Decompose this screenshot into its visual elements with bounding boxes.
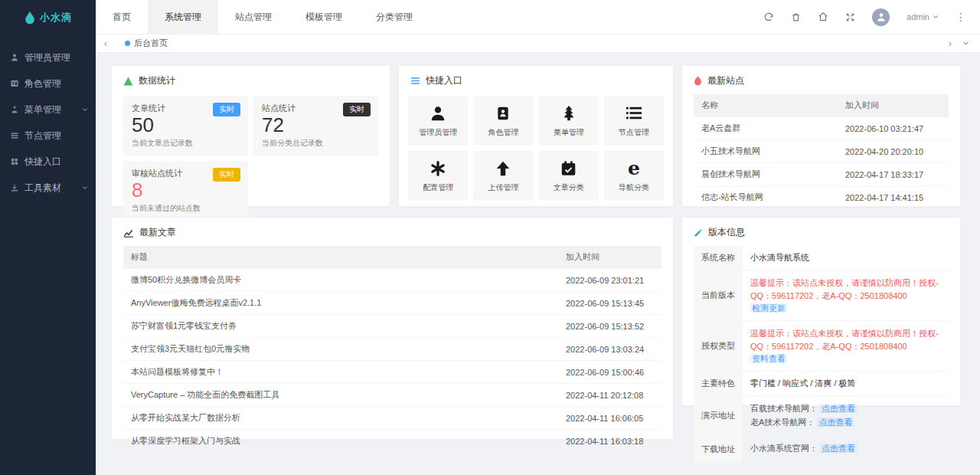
latest-articles-card: 最新文章 标题 加入时间 微博50积分兑换微博会员周卡 2022-06-09 2… xyxy=(111,217,674,440)
table-row[interactable]: 老A云盘群 2022-06-10 03:21:47 xyxy=(694,117,949,140)
sidebar-item-role[interactable]: 角色管理 xyxy=(0,70,96,97)
column-title: 标题 xyxy=(123,246,558,269)
demo-site-1-link[interactable]: 点击查看 xyxy=(820,404,857,413)
table-row[interactable]: VeryCapture – 功能全面的免费截图工具 2022-04-11 20:… xyxy=(123,384,662,407)
sidebar-item-label: 工具素材 xyxy=(24,182,77,195)
brand-name: 小水滴 xyxy=(40,11,72,25)
sidebar-item-material[interactable]: 工具素材 xyxy=(0,175,96,201)
quick-article-category[interactable]: 文章分类 xyxy=(539,151,599,201)
sidebar-item-label: 节点管理 xyxy=(24,129,88,142)
row-label: 主要特色 xyxy=(694,372,743,396)
table-row[interactable]: 从零深度学习框架入门与实战 2022-04-11 16:03:18 xyxy=(123,430,662,453)
tab-templates[interactable]: 模板管理 xyxy=(289,0,359,34)
tab-sites[interactable]: 站点管理 xyxy=(218,0,289,34)
topbar-actions: admin ⋮ xyxy=(763,0,980,34)
stat-desc: 当前文章总记录数 xyxy=(132,138,240,149)
tab-categories[interactable]: 分类管理 xyxy=(359,0,430,34)
quick-label: 管理员管理 xyxy=(419,127,457,138)
sites-table-wrap: 名称 加入时间 老A云盘群 2022-06-10 03:21:47 小五技术导航… xyxy=(682,94,960,217)
card-header: 版本信息 xyxy=(682,218,960,246)
status-badge: 实时 xyxy=(213,103,240,116)
articles-table-wrap: 标题 加入时间 微博50积分兑换微博会员周卡 2022-06-09 23:01:… xyxy=(112,246,673,460)
quick-admin-management[interactable]: 管理员管理 xyxy=(408,96,468,146)
site-name: 晨创技术导航网 xyxy=(694,163,838,186)
config-icon xyxy=(430,159,446,178)
line-chart-icon xyxy=(123,228,134,238)
version-row-demo: 演示地址 百载技术导航网： 点击查看 老A技术导航网： 点击查看 xyxy=(694,396,949,436)
table-row[interactable]: 支付宝领3元天猫红包0元撸实物 2022-06-09 13:03:24 xyxy=(123,338,662,361)
card-header: 最新站点 xyxy=(682,66,960,94)
article-title: VeryCapture – 功能全面的免费截图工具 xyxy=(123,384,558,407)
sidebar-item-entry[interactable]: 快捷入口 xyxy=(0,149,96,175)
article-time: 2022-04-11 16:06:05 xyxy=(558,407,662,430)
stat-empty-slot xyxy=(253,161,378,221)
stat-value: 8 xyxy=(132,179,240,202)
table-row[interactable]: 本站问题模板将修复中！ 2022-06-09 15:00:46 xyxy=(123,361,662,384)
site-time: 2022-04-17 18:33:17 xyxy=(838,163,949,186)
license-info-link[interactable]: 资料查看 xyxy=(750,354,787,363)
quick-nav-category[interactable]: e 导航分类 xyxy=(604,151,664,201)
quick-menu-management[interactable]: 菜单管理 xyxy=(539,96,599,146)
table-row[interactable]: 小五技术导航网 2022-04-20 20:20:10 xyxy=(694,140,949,163)
sidebar-menu: 管理员管理 角色管理 菜单管理 节点管理 快捷入口 工具素材 xyxy=(0,35,96,201)
scroll-left-icon[interactable]: ‹ xyxy=(96,38,116,49)
user-dropdown[interactable]: admin xyxy=(906,12,939,21)
table-row[interactable]: AnyViewer傲梅免费远程桌面v2.1.1 2022-06-09 15:13… xyxy=(123,292,662,315)
table-row[interactable]: 晨创技术导航网 2022-04-17 18:33:17 xyxy=(694,163,949,186)
table-row[interactable]: 苏宁财富领1元零钱宝支付券 2022-06-09 15:13:52 xyxy=(123,315,662,338)
row-label: 下载地址 xyxy=(694,436,743,463)
column-time: 加入时间 xyxy=(558,246,662,269)
avatar[interactable] xyxy=(872,8,890,26)
flame-icon xyxy=(694,76,702,86)
sidebar-item-menu[interactable]: 菜单管理 xyxy=(0,97,96,123)
table-row[interactable]: 从零开始实战某大厂数据分析 2022-04-11 16:06:05 xyxy=(123,407,662,430)
card-title: 最新站点 xyxy=(707,74,744,87)
stat-value: 50 xyxy=(132,114,240,137)
quick-config-management[interactable]: 配置管理 xyxy=(408,151,468,201)
article-title: 微博50积分兑换微博会员周卡 xyxy=(123,269,558,292)
row-label: 演示地址 xyxy=(694,396,743,436)
pencil-icon xyxy=(694,228,703,238)
article-time: 2022-06-09 15:13:52 xyxy=(558,315,662,338)
refresh-icon[interactable] xyxy=(763,11,774,22)
check-update-link[interactable]: 检测更新 xyxy=(750,303,787,313)
row-label: 授权类型 xyxy=(694,321,743,372)
chevron-down-icon xyxy=(82,185,88,191)
site-name: 信志-站长导航网 xyxy=(694,186,838,209)
quick-upload-management[interactable]: 上传管理 xyxy=(473,151,533,201)
scroll-right-icon[interactable]: › xyxy=(949,38,952,49)
article-time: 2022-06-09 15:00:46 xyxy=(558,361,662,384)
stat-articles: 文章统计 50 当前文章总记录数 实时 xyxy=(123,96,248,156)
more-options-icon[interactable]: ⋮ xyxy=(956,11,966,23)
clear-icon[interactable] xyxy=(791,12,801,22)
download-site-link[interactable]: 点击查看 xyxy=(820,444,857,453)
breadcrumb-tab-home[interactable]: 后台首页 xyxy=(116,34,177,52)
role-icon xyxy=(10,79,19,88)
tree-icon xyxy=(560,104,577,123)
site-time: 2022-04-20 20:20:10 xyxy=(838,140,949,163)
brand-logo[interactable]: 小水滴 xyxy=(0,0,96,35)
fullscreen-icon[interactable] xyxy=(845,12,855,22)
menu-icon xyxy=(10,105,19,114)
features-value: 零门槛 / 响应式 / 清爽 / 极简 xyxy=(743,372,949,396)
tab-system[interactable]: 系统管理 xyxy=(148,0,218,34)
quick-role-management[interactable]: 角色管理 xyxy=(473,96,533,146)
quick-node-management[interactable]: 节点管理 xyxy=(604,96,664,146)
sidebar-item-node[interactable]: 节点管理 xyxy=(0,123,96,149)
material-icon xyxy=(10,183,19,192)
sidebar-item-admin[interactable]: 管理员管理 xyxy=(0,44,96,70)
table-row[interactable]: 微博50积分兑换微博会员周卡 2022-06-09 23:01:21 xyxy=(123,269,662,292)
card-header: 数据统计 xyxy=(112,66,390,94)
tab-menu-chevron-icon[interactable] xyxy=(962,40,969,47)
tab-home[interactable]: 首页 xyxy=(96,0,148,34)
table-row[interactable]: 信志-站长导航网 2022-04-17 14:41:15 xyxy=(694,186,949,209)
demo-site-1-text: 百载技术导航网： xyxy=(750,404,818,413)
article-time: 2022-06-09 15:13:45 xyxy=(558,292,662,315)
demo-site-2-link[interactable]: 点击查看 xyxy=(817,418,854,427)
sidebar: 小水滴 管理员管理 角色管理 菜单管理 节点管理 快捷入口 工具素材 xyxy=(0,0,96,475)
table-header-row: 标题 加入时间 xyxy=(123,246,662,269)
home-icon[interactable] xyxy=(818,11,828,22)
license-warning-text: 温馨提示：该站点未授权，请谨慎以防商用！授权-QQ：596117202，老A-Q… xyxy=(750,329,939,351)
card-title: 最新文章 xyxy=(139,226,176,239)
version-row-name: 系统名称 小水滴导航系统 xyxy=(694,246,949,270)
